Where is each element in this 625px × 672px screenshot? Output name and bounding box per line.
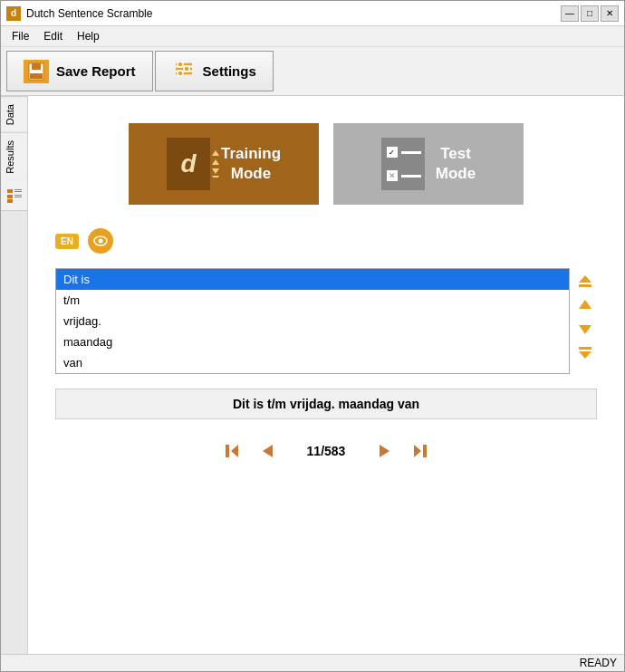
- svg-marker-24: [579, 300, 591, 309]
- move-top-button[interactable]: [575, 272, 595, 292]
- menu-file[interactable]: File: [5, 28, 36, 44]
- next-button[interactable]: [376, 443, 392, 459]
- maximize-button[interactable]: □: [581, 5, 599, 22]
- move-bottom-button[interactable]: [575, 342, 595, 362]
- save-report-label: Save Report: [56, 63, 136, 79]
- svg-point-21: [98, 239, 102, 244]
- svg-rect-14: [14, 197, 22, 197]
- sidebar-tab-results[interactable]: Results: [1, 132, 27, 181]
- training-mode-button[interactable]: d TrainingMode: [129, 123, 319, 205]
- svg-marker-30: [263, 445, 273, 457]
- settings-label: Settings: [203, 63, 256, 79]
- sentence-text: Dit is t/m vrijdag. maandag van: [233, 397, 419, 411]
- svg-marker-18: [212, 168, 219, 174]
- svg-rect-33: [423, 445, 427, 457]
- training-mode-icon: d: [167, 138, 210, 190]
- svg-point-6: [178, 62, 183, 67]
- word-list-container: Dit is t/m vrijdag. maandag van: [55, 268, 570, 374]
- test-mode-button[interactable]: ✓ ✕ TestMode: [333, 123, 524, 205]
- svg-marker-16: [212, 150, 219, 156]
- test-mode-label: TestMode: [436, 144, 476, 184]
- svg-rect-23: [579, 284, 591, 287]
- svg-rect-10: [14, 189, 22, 190]
- first-button[interactable]: [222, 441, 242, 461]
- minimize-button[interactable]: —: [561, 5, 579, 22]
- sidebar: Data Results: [1, 96, 28, 654]
- list-item[interactable]: van: [56, 352, 569, 373]
- svg-rect-29: [226, 445, 229, 457]
- content-area: d TrainingMode: [28, 96, 624, 654]
- svg-rect-13: [14, 195, 22, 196]
- app-icon: d: [6, 6, 21, 21]
- list-item[interactable]: t/m: [56, 290, 569, 311]
- title-bar: d Dutch Sentence Scramble — □ ✕: [1, 1, 624, 26]
- eye-icon[interactable]: [88, 228, 113, 254]
- sidebar-tab-data[interactable]: Data: [1, 96, 27, 132]
- window-title: Dutch Sentence Scramble: [26, 7, 152, 20]
- sentence-display: Dit is t/m vrijdag. maandag van: [55, 389, 597, 419]
- svg-rect-11: [14, 191, 22, 192]
- status-text: READY: [580, 657, 617, 669]
- save-report-icon: [24, 60, 49, 83]
- svg-point-7: [184, 66, 189, 72]
- title-bar-controls: — □ ✕: [561, 5, 619, 22]
- training-mode-label: TrainingMode: [221, 144, 281, 184]
- menu-help[interactable]: Help: [70, 28, 107, 44]
- svg-marker-32: [414, 445, 421, 457]
- svg-marker-26: [579, 351, 591, 359]
- close-button[interactable]: ✕: [601, 5, 619, 22]
- svg-rect-9: [7, 189, 13, 193]
- menu-bar: File Edit Help: [1, 26, 624, 47]
- navigation-row: 11/583: [55, 441, 597, 461]
- move-up-button[interactable]: [575, 295, 595, 315]
- mode-buttons: d TrainingMode: [55, 123, 597, 205]
- svg-marker-25: [579, 325, 591, 334]
- svg-rect-2: [30, 73, 43, 79]
- settings-button[interactable]: Settings: [155, 51, 274, 91]
- status-bar: READY: [1, 654, 624, 671]
- toolbar: Save Report Settings: [1, 47, 624, 96]
- svg-marker-28: [231, 445, 238, 457]
- list-item[interactable]: maandag: [56, 331, 569, 352]
- language-badge[interactable]: EN: [55, 234, 79, 249]
- test-mode-icon: ✓ ✕: [381, 138, 425, 190]
- nav-counter: 11/583: [294, 444, 358, 458]
- svg-marker-31: [380, 445, 389, 457]
- word-list: Dit is t/m vrijdag. maandag van: [56, 269, 569, 373]
- settings-icon: [172, 57, 196, 85]
- main-window: d Dutch Sentence Scramble — □ ✕ File Edi…: [0, 0, 625, 672]
- save-report-button[interactable]: Save Report: [6, 51, 153, 91]
- last-button[interactable]: [410, 441, 430, 461]
- prev-button[interactable]: [260, 443, 276, 459]
- svg-marker-17: [212, 159, 219, 165]
- list-item[interactable]: vrijdag.: [56, 311, 569, 331]
- svg-rect-15: [7, 199, 13, 203]
- icons-row: EN: [55, 228, 597, 254]
- move-down-button[interactable]: [575, 319, 595, 339]
- svg-marker-19: [212, 176, 219, 178]
- menu-edit[interactable]: Edit: [36, 28, 70, 44]
- main-content: Data Results: [1, 96, 624, 654]
- svg-marker-22: [579, 275, 591, 283]
- list-item[interactable]: Dit is: [56, 269, 569, 290]
- svg-rect-1: [32, 63, 41, 70]
- title-bar-left: d Dutch Sentence Scramble: [6, 6, 152, 21]
- sidebar-data-icon[interactable]: [1, 181, 27, 211]
- word-list-row: Dit is t/m vrijdag. maandag van: [55, 268, 597, 374]
- svg-rect-27: [579, 347, 591, 350]
- svg-rect-12: [7, 195, 13, 198]
- list-controls: [573, 268, 597, 366]
- svg-point-8: [178, 71, 183, 76]
